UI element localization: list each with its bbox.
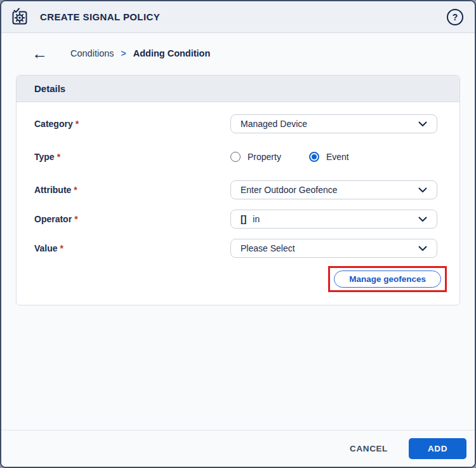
dialog-title: CREATE SIGNAL POLICY — [40, 11, 160, 22]
value-label-cell: Value* — [34, 243, 230, 254]
red-highlight-annotation: Manage geofences — [328, 266, 447, 292]
operator-select[interactable]: [] in — [230, 210, 437, 229]
operator-brackets-icon: [] — [241, 214, 246, 224]
chevron-down-icon — [418, 121, 427, 127]
category-select-value: Managed Device — [241, 119, 307, 129]
chevron-down-icon — [418, 187, 427, 193]
radio-option-event[interactable]: Event — [309, 152, 349, 162]
manage-geofences-button[interactable]: Manage geofences — [334, 271, 441, 288]
category-select[interactable]: Managed Device — [230, 114, 437, 133]
svg-text:?: ? — [453, 12, 458, 22]
type-label: Type — [34, 152, 55, 162]
attribute-label: Attribute — [34, 185, 71, 195]
chevron-down-icon — [418, 246, 427, 251]
footer-action-bar: CANCEL ADD — [1, 430, 475, 467]
value-select[interactable]: Please Select — [230, 239, 437, 258]
type-radio-group: Property Event — [230, 152, 349, 162]
details-title: Details — [34, 83, 65, 94]
manage-geofences-row: Manage geofences — [34, 266, 447, 292]
chevron-down-icon — [418, 217, 427, 222]
operator-label: Operator — [34, 214, 72, 224]
operator-row: Operator* [] in — [34, 210, 437, 229]
required-asterisk: * — [57, 152, 60, 162]
breadcrumb-adding-condition: Adding Condition — [133, 48, 211, 58]
attribute-row: Attribute* Enter Outdoor Geofence — [34, 180, 437, 199]
question-mark-circle-icon: ? — [446, 8, 464, 26]
breadcrumb-separator-icon: > — [121, 48, 126, 58]
required-asterisk: * — [60, 243, 63, 253]
gear-check-icon — [10, 8, 29, 27]
back-arrow-icon[interactable]: ← — [32, 47, 48, 60]
titlebar: CREATE SIGNAL POLICY ? — [1, 1, 475, 33]
radio-event-label: Event — [326, 152, 349, 162]
breadcrumb-conditions[interactable]: Conditions — [70, 48, 114, 58]
breadcrumb: ← Conditions > Adding Condition — [1, 33, 475, 75]
value-select-value: Please Select — [241, 243, 295, 253]
category-row: Category* Managed Device — [34, 114, 437, 133]
add-button[interactable]: ADD — [409, 438, 466, 459]
operator-select-value: in — [253, 214, 260, 224]
details-panel-body: Category* Managed Device Type* — [17, 102, 459, 305]
attribute-select[interactable]: Enter Outdoor Geofence — [230, 180, 437, 199]
category-label-cell: Category* — [34, 118, 230, 130]
type-row: Type* Property Event — [34, 147, 437, 166]
required-asterisk: * — [74, 214, 77, 224]
content-spacer — [1, 305, 475, 430]
cancel-button[interactable]: CANCEL — [350, 444, 388, 453]
attribute-label-cell: Attribute* — [34, 184, 230, 196]
radio-option-property[interactable]: Property — [230, 152, 281, 162]
operator-label-cell: Operator* — [34, 213, 230, 225]
help-button[interactable]: ? — [446, 8, 465, 27]
required-asterisk: * — [76, 119, 79, 129]
value-label: Value — [34, 243, 58, 253]
required-asterisk: * — [74, 185, 77, 195]
radio-property-label: Property — [248, 152, 281, 162]
category-label: Category — [34, 119, 73, 129]
details-panel-header: Details — [17, 76, 459, 102]
radio-selected-icon[interactable] — [309, 152, 319, 162]
create-signal-policy-dialog: CREATE SIGNAL POLICY ? ← Conditions > Ad… — [0, 0, 476, 468]
value-row: Value* Please Select — [34, 239, 437, 258]
attribute-select-value: Enter Outdoor Geofence — [241, 185, 338, 195]
type-label-cell: Type* — [34, 151, 230, 163]
radio-unselected-icon[interactable] — [230, 152, 241, 162]
details-panel: Details Category* Managed Device — [16, 75, 460, 305]
